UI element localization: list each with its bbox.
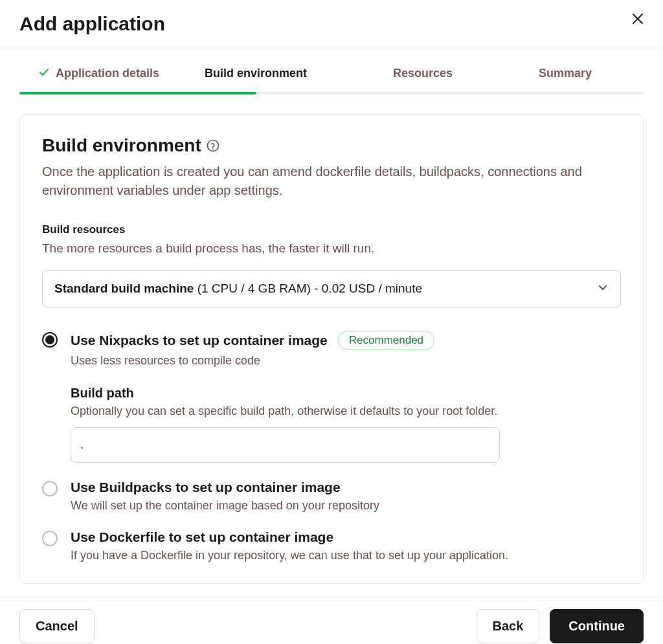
option-description: If you have a Dockerfile in your reposit… bbox=[71, 549, 621, 562]
radio-dockerfile[interactable] bbox=[42, 531, 58, 546]
svg-point-2 bbox=[207, 140, 218, 151]
build-resources-title: Build resources bbox=[42, 223, 621, 236]
option-title: Use Dockerfile to set up container image bbox=[71, 529, 621, 545]
option-title: Use Buildpacks to set up container image bbox=[71, 480, 621, 495]
build-resources-description: The more resources a build process has, … bbox=[42, 241, 621, 256]
step-label: Resources bbox=[393, 67, 453, 80]
modal-title: Add application bbox=[19, 13, 165, 35]
radio-buildpacks[interactable] bbox=[42, 481, 58, 496]
close-button[interactable] bbox=[632, 13, 644, 25]
check-icon bbox=[39, 67, 49, 80]
build-method-radio-group: Use Nixpacks to set up container image R… bbox=[42, 331, 621, 562]
step-application-details[interactable]: Application details bbox=[39, 67, 159, 92]
build-machine-select[interactable]: Standard build machine (1 CPU / 4 GB RAM… bbox=[42, 270, 621, 307]
stepper: Application details Build environment Re… bbox=[0, 49, 663, 94]
step-label: Application details bbox=[56, 67, 159, 80]
step-summary[interactable]: Summary bbox=[539, 67, 592, 92]
option-description: We will set up the container image based… bbox=[71, 499, 621, 513]
modal-header: Add application bbox=[0, 0, 663, 49]
back-button[interactable]: Back bbox=[477, 609, 540, 643]
select-value: Standard build machine (1 CPU / 4 GB RAM… bbox=[54, 282, 422, 296]
recommended-badge: Recommended bbox=[338, 331, 434, 350]
modal-footer: Cancel Back Continue bbox=[0, 597, 663, 644]
chevron-down-icon bbox=[597, 282, 609, 296]
svg-point-3 bbox=[212, 148, 214, 150]
option-nixpacks: Use Nixpacks to set up container image R… bbox=[42, 331, 621, 463]
build-path-input[interactable] bbox=[71, 427, 500, 463]
stepper-progress bbox=[19, 92, 256, 94]
radio-nixpacks[interactable] bbox=[42, 332, 58, 348]
build-path-description: Optionally you can set a specific build … bbox=[71, 405, 621, 418]
option-buildpacks: Use Buildpacks to set up container image… bbox=[42, 480, 621, 513]
section-title: Build environment bbox=[42, 135, 201, 156]
continue-button[interactable]: Continue bbox=[550, 609, 644, 643]
step-label: Summary bbox=[539, 67, 592, 80]
build-path-label: Build path bbox=[71, 386, 621, 401]
cancel-button[interactable]: Cancel bbox=[19, 609, 95, 643]
content-area: Build environment Once the application i… bbox=[0, 94, 663, 597]
option-description: Uses less resources to compile code bbox=[71, 354, 621, 368]
step-resources[interactable]: Resources bbox=[307, 67, 539, 92]
step-build-environment[interactable]: Build environment bbox=[205, 67, 307, 92]
option-title: Use Nixpacks to set up container image bbox=[71, 333, 328, 348]
step-label: Build environment bbox=[205, 67, 307, 80]
section-description: Once the application is created you can … bbox=[42, 162, 621, 200]
close-icon bbox=[632, 13, 644, 25]
build-environment-card: Build environment Once the application i… bbox=[19, 114, 644, 584]
option-dockerfile: Use Dockerfile to set up container image… bbox=[42, 529, 621, 562]
build-path-field: Build path Optionally you can set a spec… bbox=[71, 386, 621, 463]
help-icon[interactable] bbox=[207, 139, 219, 155]
